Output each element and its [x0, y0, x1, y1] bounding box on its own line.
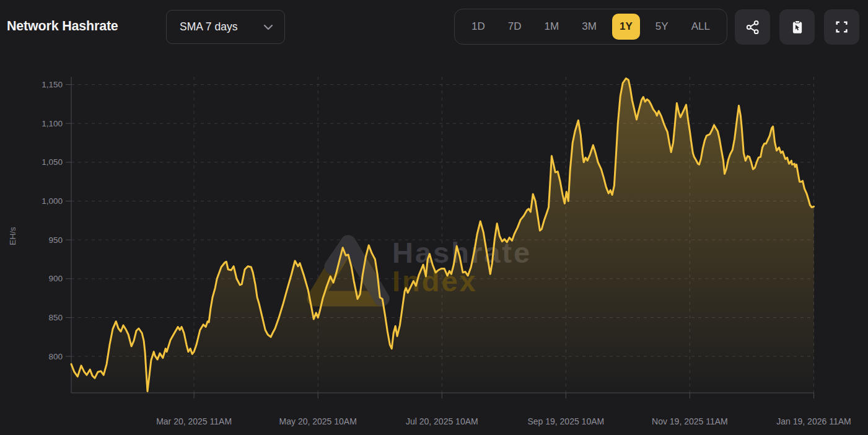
x-axis-tick-label: Nov 19, 2025 11AM	[652, 416, 728, 426]
y-axis-tick-label: 900	[48, 274, 63, 283]
x-axis-tick-label: Mar 20, 2025 11AM	[156, 416, 232, 426]
y-axis-tick-label: 800	[48, 352, 63, 361]
y-axis-tick-label: 1,000	[42, 196, 63, 206]
y-axis-tick-label: 950	[48, 235, 63, 245]
x-axis-tick-label: Sep 19, 2025 10AM	[527, 416, 604, 426]
y-axis-tick-label: 1,150	[42, 80, 63, 89]
network-hashrate-chart[interactable]: 8008509009501,0001,0501,1001,150Mar 20, …	[0, 0, 868, 435]
x-axis-tick-label: Jul 20, 2025 10AM	[406, 416, 478, 426]
y-axis-tick-label: 1,100	[42, 119, 63, 128]
y-axis-tick-label: 1,050	[42, 157, 63, 167]
x-axis-tick-label: Jan 19, 2026 11AM	[776, 416, 851, 426]
y-axis-tick-label: 850	[48, 313, 63, 322]
x-axis-tick-label: May 20, 2025 10AM	[279, 416, 357, 426]
y-axis-title: EH/s	[8, 227, 17, 245]
